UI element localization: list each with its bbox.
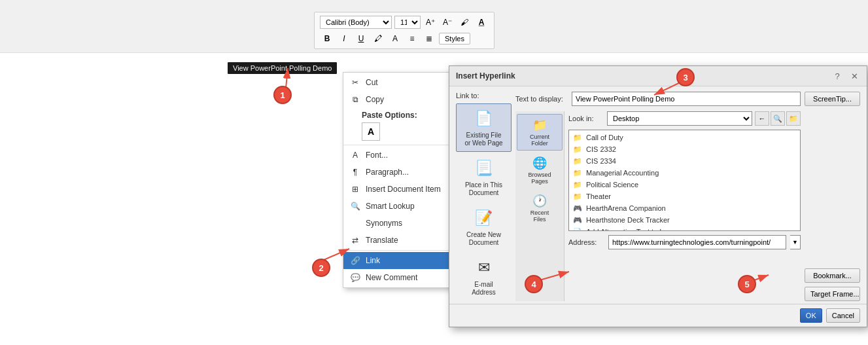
screentip-button[interactable]: ScreenTip...: [805, 92, 860, 106]
browsed-pages-label: BrowsedPages: [528, 172, 551, 185]
sidebar-current-folder[interactable]: 📁 CurrentFolder: [517, 114, 563, 151]
menu-item-translate-label: Translate: [366, 236, 398, 245]
dialog-close-button[interactable]: ✕: [848, 70, 860, 82]
look-in-new-folder-button[interactable]: 📁: [786, 111, 801, 126]
synonyms-icon: [350, 218, 360, 228]
create-new-doc-icon: 📝: [474, 208, 495, 228]
link-icon: 🔗: [350, 255, 360, 266]
browser-area: 📁 CurrentFolder 🌐 BrowsedPages 🕐 RecentF…: [515, 111, 801, 301]
look-in-back-button[interactable]: ←: [755, 111, 769, 126]
link-to-place-in-doc[interactable]: 📃 Place in ThisDocument: [456, 153, 512, 202]
dialog-main-area: Text to display: 📁 CurrentFolder 🌐 Brows…: [515, 92, 801, 301]
file-item-heartharena[interactable]: 🎮 HearthArena Companion: [569, 202, 800, 214]
link-to-email[interactable]: ✉ E-mailAddress: [456, 253, 512, 301]
insert-doc-icon: ⊞: [350, 184, 360, 194]
file-list[interactable]: 📁 Call of Duty 📁 CIS 2332 📁 CIS 2334: [568, 130, 801, 231]
file-item-hearthstone[interactable]: 🎮 Hearthstone Deck Tracker: [569, 214, 800, 226]
italic-button[interactable]: I: [337, 31, 351, 46]
file-item-managerial-accounting[interactable]: 📁 Managerial Accounting: [569, 167, 800, 179]
annotation-3: 3: [676, 68, 695, 86]
ok-button[interactable]: OK: [800, 308, 822, 323]
email-address-icon: ✉: [474, 257, 495, 278]
sidebar-recent-files[interactable]: 🕐 RecentFiles: [517, 190, 563, 227]
link-to-existing-file-label: Existing Fileor Web Page: [464, 132, 502, 147]
recent-files-icon: 🕐: [532, 194, 547, 208]
file-item-cis-2332[interactable]: 📁 CIS 2332: [569, 143, 800, 155]
menu-item-synonyms-label: Synonyms: [366, 219, 402, 228]
file-name: Political Science: [586, 181, 638, 189]
look-in-dropdown[interactable]: Desktop: [607, 111, 752, 126]
menu-item-new-comment-label: New Comment: [366, 273, 417, 282]
text-color-button[interactable]: A: [388, 31, 402, 46]
text-to-display-input[interactable]: [572, 92, 801, 106]
look-in-label: Look in:: [568, 115, 604, 122]
translate-icon: ⇄: [350, 235, 360, 245]
menu-item-cut-label: Cut: [366, 78, 378, 87]
look-in-search-button[interactable]: 🔍: [771, 111, 785, 126]
new-comment-icon: 💬: [350, 272, 360, 283]
browsed-pages-icon: 🌐: [532, 156, 547, 170]
menu-item-font-label: Font...: [366, 151, 388, 160]
menu-item-insert-doc-label: Insert Document Item: [366, 185, 441, 194]
styles-button[interactable]: Styles: [439, 33, 470, 45]
folder-icon: 📁: [573, 145, 582, 154]
folder-icon: 📁: [573, 168, 582, 177]
file-name: Call of Duty: [586, 134, 623, 141]
font-selector[interactable]: Calibri (Body): [320, 16, 392, 29]
insert-hyperlink-dialog: Insert Hyperlink ? ✕ Link to: 📄 Existing…: [449, 65, 867, 327]
link-to-existing-file[interactable]: 📄 Existing Fileor Web Page: [456, 103, 512, 152]
text-to-display-label: Text to display:: [515, 95, 568, 103]
smart-lookup-icon: 🔍: [350, 201, 360, 211]
target-frame-button[interactable]: Target Frame...: [805, 287, 860, 301]
sidebar-browsed-pages[interactable]: 🌐 BrowsedPages: [517, 152, 563, 189]
underline-button[interactable]: U: [354, 31, 368, 46]
recent-files-label: RecentFiles: [530, 209, 549, 223]
font-shrink-button[interactable]: A⁻: [440, 15, 455, 29]
file-item-call-of-duty[interactable]: 📁 Call of Duty: [569, 132, 800, 143]
file-name: HearthArena Companion: [586, 204, 666, 212]
paste-source-icon: A: [368, 126, 374, 137]
exe-icon: 🎮: [573, 215, 582, 225]
file-browser-sidebar: 📁 CurrentFolder 🌐 BrowsedPages 🕐 RecentF…: [515, 111, 564, 301]
bold-button[interactable]: B: [320, 31, 334, 46]
dialog-titlebar: Insert Hyperlink ? ✕: [449, 66, 867, 86]
bookmark-button[interactable]: Bookmark...: [805, 268, 860, 283]
annotation-4: 4: [525, 275, 543, 293]
numbering-button[interactable]: ≣: [422, 31, 436, 46]
highlight-button[interactable]: 🖍: [371, 31, 385, 46]
annotation-2: 2: [312, 259, 330, 277]
copy-icon: ⧉: [350, 94, 360, 105]
file-item-cis-2334[interactable]: 📁 CIS 2334: [569, 155, 800, 167]
link-to-email-label: E-mailAddress: [472, 281, 496, 297]
bullets-button[interactable]: ≡: [405, 31, 419, 46]
file-name: Managerial Accounting: [586, 169, 659, 177]
dialog-help-button[interactable]: ?: [831, 70, 843, 82]
font-color-button[interactable]: A: [474, 15, 489, 29]
text-to-display-row: Text to display:: [515, 92, 801, 106]
address-dropdown-button[interactable]: ▼: [790, 235, 801, 249]
file-item-add-alt-text[interactable]: 📄 Add Alternative Text to Images: [569, 226, 800, 231]
dialog-content-area: Link to: 📄 Existing Fileor Web Page 📃 Pl…: [449, 86, 867, 304]
place-in-doc-icon: 📃: [474, 158, 495, 179]
cut-icon: ✂: [350, 77, 360, 88]
paste-keep-source-button[interactable]: A: [362, 122, 380, 141]
dialog-controls: ? ✕: [831, 70, 860, 82]
dialog-title: Insert Hyperlink: [456, 71, 515, 81]
existing-file-icon: 📄: [474, 108, 495, 129]
file-item-political-science[interactable]: 📁 Political Science: [569, 179, 800, 191]
current-folder-label: CurrentFolder: [530, 134, 549, 147]
file-item-theater[interactable]: 📁 Theater: [569, 191, 800, 202]
toolbar: Calibri (Body) 11 A⁺ A⁻ 🖌 A B I U 🖍 A ≡ …: [314, 12, 495, 49]
doc-icon: 📄: [573, 227, 582, 231]
dialog-right-panel: ScreenTip... Bookmark... Target Frame...: [805, 92, 860, 301]
link-to-label: Link to:: [456, 92, 512, 100]
font-grow-button[interactable]: A⁺: [423, 15, 438, 29]
menu-item-smart-lookup-label: Smart Lookup: [366, 202, 415, 211]
link-to-create-new[interactable]: 📝 Create NewDocument: [456, 203, 512, 251]
font-size-selector[interactable]: 11: [394, 16, 421, 29]
address-input[interactable]: [608, 235, 786, 249]
file-name: Add Alternative Text to Images: [586, 228, 683, 231]
cancel-button[interactable]: Cancel: [826, 308, 860, 323]
format-painter-button[interactable]: 🖌: [457, 15, 472, 29]
menu-item-link-label: Link: [366, 256, 380, 265]
